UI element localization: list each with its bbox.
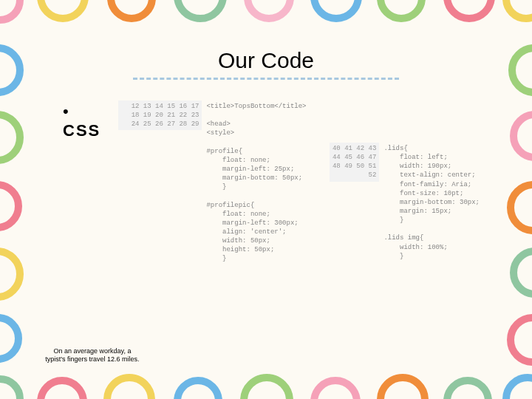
border-circle <box>508 44 532 96</box>
border-circle <box>507 314 532 366</box>
border-circle <box>0 314 22 363</box>
bullet-section: CSS <box>48 102 111 140</box>
border-circle <box>507 181 532 234</box>
border-circle <box>502 0 532 22</box>
border-circle <box>0 181 22 231</box>
border-circle <box>377 0 426 22</box>
border-circle <box>174 0 227 22</box>
code-text-1: <title>TopsBottom</title> <head> <style>… <box>202 100 310 265</box>
border-circle <box>244 0 294 22</box>
border-circle <box>107 0 156 22</box>
border-circle <box>103 374 155 399</box>
slide-content: Our Code CSS 12 13 14 15 16 17 18 19 20 … <box>48 41 484 358</box>
code-text-2: .lids{ float: left; width: 190px; text-a… <box>379 143 484 262</box>
body-row: CSS 12 13 14 15 16 17 18 19 20 21 22 23 … <box>48 102 484 265</box>
border-circle <box>510 248 532 298</box>
line-numbers-2: 40 41 42 43 44 45 46 47 48 49 50 51 52 <box>330 143 380 182</box>
border-circle <box>0 375 24 399</box>
border-circle <box>502 374 532 399</box>
border-circle <box>510 111 532 161</box>
border-circle <box>37 0 89 22</box>
code-block-1: 12 13 14 15 16 17 18 19 20 21 22 23 24 2… <box>118 100 311 265</box>
bullet-css: CSS <box>63 102 111 140</box>
border-circle <box>0 248 24 301</box>
border-circle <box>0 44 24 96</box>
border-circle <box>310 377 361 399</box>
page-title: Our Code <box>48 48 484 73</box>
border-circle <box>37 377 87 399</box>
code-block-2: 40 41 42 43 44 45 46 47 48 49 50 51 52 .… <box>330 143 485 262</box>
border-circle <box>174 377 222 399</box>
border-circle <box>240 374 293 399</box>
border-circle <box>310 0 362 22</box>
border-circle <box>443 0 495 22</box>
fun-fact: On an average workday, a typist's finger… <box>44 347 140 364</box>
line-numbers-1: 12 13 14 15 16 17 18 19 20 21 22 23 24 2… <box>118 100 202 130</box>
border-circle <box>0 111 24 164</box>
border-circle <box>443 377 492 399</box>
title-underline <box>133 78 399 80</box>
border-circle <box>0 0 24 24</box>
border-circle <box>377 374 429 399</box>
